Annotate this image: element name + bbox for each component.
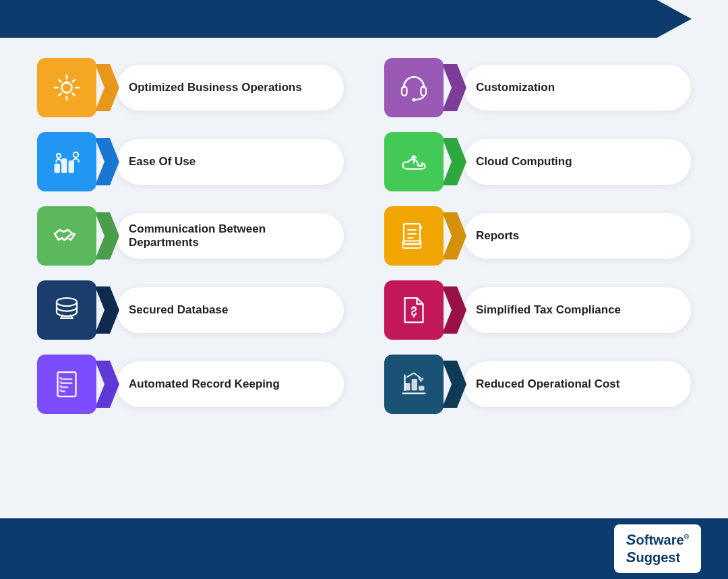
label-secured-database: Secured Database xyxy=(117,287,344,333)
benefit-item-automated-record-keeping: Automated Record Keeping xyxy=(37,355,344,414)
label-reduced-operational-cost: Reduced Operational Cost xyxy=(464,361,691,407)
logo-suggest: S xyxy=(626,549,636,566)
arrow-ease-of-use xyxy=(95,138,119,185)
label-automated-record-keeping: Automated Record Keeping xyxy=(117,361,344,407)
svg-marker-19 xyxy=(95,286,119,334)
svg-marker-30 xyxy=(442,361,466,408)
icon-box-simplified-tax-compliance xyxy=(384,280,444,340)
benefit-item-customization: Customization xyxy=(384,58,691,117)
label-optimized-business-operations: Optimized Business Operations xyxy=(117,65,344,111)
svg-marker-13 xyxy=(442,138,466,185)
benefit-item-simplified-tax-compliance: Simplified Tax Compliance xyxy=(384,280,691,340)
icon-box-customization xyxy=(384,58,444,117)
icon-box-cloud-computing xyxy=(384,132,444,191)
svg-point-5 xyxy=(413,98,416,102)
svg-rect-23 xyxy=(60,382,62,384)
icon-box-reports xyxy=(384,206,444,266)
svg-point-1 xyxy=(65,81,69,84)
svg-rect-22 xyxy=(60,377,62,379)
svg-marker-26 xyxy=(95,361,119,408)
benefit-item-optimized-business-operations: Optimized Business Operations xyxy=(37,58,344,117)
svg-point-18 xyxy=(57,298,77,306)
icon-box-reduced-operational-cost xyxy=(384,355,444,414)
svg-rect-27 xyxy=(405,384,411,391)
icon-box-secured-database xyxy=(37,280,96,340)
benefit-item-reduced-operational-cost: Reduced Operational Cost xyxy=(384,355,691,414)
arrow-reduced-operational-cost xyxy=(442,361,466,408)
svg-rect-21 xyxy=(58,372,76,396)
svg-rect-28 xyxy=(412,379,417,391)
logo-text: oftware xyxy=(636,532,684,547)
label-reports: Reports xyxy=(464,213,691,259)
label-customization: Customization xyxy=(464,65,691,111)
header xyxy=(0,0,692,38)
arrow-cloud-computing xyxy=(442,138,466,185)
svg-marker-14 xyxy=(95,212,119,260)
arrow-customization xyxy=(442,64,466,111)
icon-box-ease-of-use xyxy=(37,132,96,191)
arrow-optimized-business-operations xyxy=(95,64,119,111)
label-communication-between-departments: Communication Between Departments xyxy=(117,213,344,259)
arrow-automated-record-keeping xyxy=(95,361,119,408)
benefit-item-cloud-computing: Cloud Computing xyxy=(384,132,691,191)
svg-rect-25 xyxy=(60,390,62,392)
logo-s: S xyxy=(626,531,636,548)
benefits-grid: Optimized Business Operations Customizat… xyxy=(0,38,728,434)
arrow-reports xyxy=(442,212,466,260)
svg-rect-29 xyxy=(419,386,425,390)
footer: Software® Suggest xyxy=(0,518,728,579)
svg-marker-2 xyxy=(95,64,119,111)
svg-rect-8 xyxy=(62,159,67,173)
svg-rect-9 xyxy=(69,161,74,173)
icon-box-communication-between-departments xyxy=(37,206,96,266)
label-simplified-tax-compliance: Simplified Tax Compliance xyxy=(464,287,691,333)
svg-marker-12 xyxy=(95,138,119,185)
svg-point-10 xyxy=(73,152,79,158)
svg-marker-6 xyxy=(442,64,466,111)
benefit-item-reports: Reports xyxy=(384,206,691,266)
label-cloud-computing: Cloud Computing xyxy=(464,139,691,185)
icon-box-optimized-business-operations xyxy=(37,58,96,117)
svg-rect-7 xyxy=(55,164,60,173)
benefit-item-ease-of-use: Ease Of Use xyxy=(37,132,344,191)
arrow-simplified-tax-compliance xyxy=(442,286,466,334)
icon-box-automated-record-keeping xyxy=(37,355,96,414)
svg-marker-17 xyxy=(442,212,466,260)
arrow-secured-database xyxy=(95,286,119,334)
label-ease-of-use: Ease Of Use xyxy=(117,139,344,185)
benefit-item-secured-database: Secured Database xyxy=(37,280,344,340)
svg-rect-24 xyxy=(60,386,62,388)
svg-point-11 xyxy=(57,154,61,158)
svg-marker-20 xyxy=(442,286,466,334)
benefit-item-communication-between-departments: Communication Between Departments xyxy=(37,206,344,266)
logo-suggest-text: uggest xyxy=(636,550,681,565)
arrow-communication-between-departments xyxy=(95,212,119,260)
logo: Software® Suggest xyxy=(614,524,701,573)
